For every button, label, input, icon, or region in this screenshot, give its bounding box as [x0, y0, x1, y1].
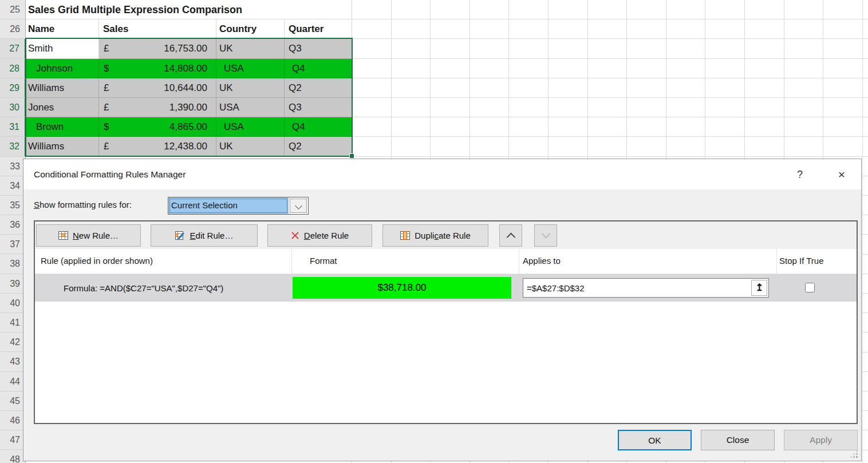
chevron-up-icon — [506, 233, 515, 242]
rules-list: New Rule… Edit Rule… Delete Rule Duplica… — [34, 220, 858, 424]
cell[interactable]: Williams — [26, 137, 99, 156]
column-header-country[interactable]: Country — [216, 19, 285, 39]
rule-row[interactable]: Formula: =AND($C27="USA",$D27="Q4") $38,… — [35, 274, 857, 302]
row-header[interactable]: 40 — [0, 294, 25, 313]
duplicate-rule-button[interactable]: Duplicate Rule — [382, 224, 488, 247]
row-header[interactable]: 44 — [0, 372, 25, 391]
delete-rule-button[interactable]: Delete Rule — [267, 224, 372, 247]
row-header[interactable]: 32 — [0, 137, 26, 156]
currency-symbol: $ — [99, 59, 109, 78]
conditional-formatting-rules-manager-dialog: Conditional Formatting Rules Manager ? ×… — [23, 159, 862, 461]
table-row: Brown $4,865.00 USA Q4 — [26, 117, 352, 137]
cell[interactable]: UK — [216, 78, 285, 98]
cell[interactable]: Johnson — [26, 59, 99, 78]
row-header[interactable]: 30 — [0, 98, 26, 117]
row-header[interactable]: 27 — [0, 39, 26, 58]
move-rule-down-button[interactable] — [534, 224, 557, 247]
sales-table: Sales Grid Multiple Expression Compariso… — [26, 0, 352, 157]
row-header[interactable]: 43 — [0, 352, 25, 371]
cell[interactable]: Q4 — [285, 117, 352, 137]
header-rule: Rule (applied in order shown) — [41, 256, 153, 266]
row-header[interactable]: 36 — [0, 215, 25, 235]
amount: 10,644.00 — [164, 78, 216, 97]
stop-if-true-checkbox[interactable] — [805, 283, 815, 292]
format-preview-swatch: $38,718.00 — [293, 277, 511, 299]
amount: 1,390.00 — [169, 98, 216, 117]
row-header[interactable]: 41 — [0, 313, 25, 333]
column-header-sales[interactable]: Sales — [99, 19, 216, 39]
cell[interactable]: £10,644.00 — [99, 78, 216, 98]
cell[interactable]: Brown — [26, 117, 99, 137]
column-header-quarter[interactable]: Quarter — [285, 19, 352, 39]
row-header[interactable]: 39 — [0, 274, 25, 294]
row-header[interactable]: 38 — [0, 254, 25, 274]
row-header[interactable]: 31 — [0, 117, 26, 137]
dialog-title: Conditional Formatting Rules Manager — [34, 169, 186, 180]
applies-to-input[interactable] — [523, 279, 750, 297]
header-separator — [291, 249, 292, 274]
edit-rule-button[interactable]: Edit Rule… — [151, 224, 258, 247]
row-header[interactable]: 25 — [0, 0, 25, 19]
header-separator — [519, 249, 519, 274]
new-rule-grid-icon — [58, 231, 68, 240]
amount: 4,865.00 — [169, 117, 216, 136]
help-icon[interactable]: ? — [797, 168, 803, 180]
cell[interactable]: Williams — [26, 78, 99, 98]
cell[interactable]: USA — [216, 98, 285, 117]
row-header[interactable]: 35 — [0, 196, 25, 215]
dialog-titlebar[interactable]: Conditional Formatting Rules Manager ? × — [23, 159, 861, 189]
row-header[interactable]: 47 — [0, 430, 25, 450]
apply-button[interactable]: Apply — [784, 430, 858, 450]
resize-grip[interactable] — [850, 450, 858, 458]
cell[interactable]: UK — [216, 39, 285, 58]
row-header[interactable]: 29 — [0, 78, 26, 98]
sheet-title[interactable]: Sales Grid Multiple Expression Compariso… — [26, 0, 242, 19]
cell[interactable]: Q3 — [285, 39, 352, 58]
cell[interactable]: Q2 — [285, 78, 352, 98]
show-rules-dropdown[interactable]: Current Selection — [168, 197, 309, 215]
cell[interactable]: USA — [216, 117, 285, 137]
row-header[interactable]: 45 — [0, 391, 25, 411]
cell[interactable]: £12,438.00 — [99, 137, 216, 156]
row-header[interactable]: 28 — [0, 59, 26, 78]
ok-button[interactable]: OK — [618, 430, 692, 450]
cell[interactable]: $14,808.00 — [99, 59, 216, 78]
edit-rule-pencil-icon — [175, 231, 186, 240]
row-header[interactable]: 34 — [0, 176, 25, 196]
close-button[interactable]: Close — [701, 430, 775, 450]
cell[interactable]: £16,753.00 — [99, 39, 216, 58]
button-label: Edit Rule… — [190, 231, 234, 240]
dropdown-selected-value[interactable]: Current Selection — [168, 197, 289, 214]
row-header[interactable]: 26 — [0, 19, 25, 39]
cell[interactable]: UK — [216, 137, 285, 156]
amount: 14,808.00 — [164, 59, 216, 78]
column-header-name[interactable]: Name — [26, 19, 99, 39]
row-header-column: 25 26 27 28 29 30 31 32 33 34 35 36 37 3… — [0, 0, 26, 463]
cell[interactable]: Smith — [26, 39, 99, 58]
amount: 16,753.00 — [164, 39, 216, 58]
move-rule-up-button[interactable] — [499, 224, 522, 247]
cell[interactable]: Q2 — [285, 137, 352, 156]
row-header[interactable]: 33 — [0, 157, 25, 176]
cell[interactable]: $4,865.00 — [99, 117, 216, 137]
delete-x-icon — [291, 231, 299, 240]
cell[interactable]: Q3 — [285, 98, 352, 117]
new-rule-button[interactable]: New Rule… — [36, 224, 141, 247]
row-header[interactable]: 48 — [0, 450, 25, 463]
table-header-row: Name Sales Country Quarter — [26, 19, 352, 39]
dropdown-arrow-button[interactable] — [290, 199, 307, 213]
close-icon[interactable]: × — [838, 168, 845, 181]
cell[interactable]: USA — [216, 59, 285, 78]
cell[interactable]: Jones — [26, 98, 99, 117]
header-applies-to: Applies to — [523, 256, 561, 266]
currency-symbol: £ — [99, 98, 109, 117]
amount: 12,438.00 — [164, 137, 216, 156]
row-header[interactable]: 42 — [0, 333, 25, 352]
row-header[interactable]: 46 — [0, 411, 25, 430]
access-key: S — [34, 200, 40, 209]
cell[interactable]: £1,390.00 — [99, 98, 216, 117]
cell[interactable]: Q4 — [285, 59, 352, 78]
collapse-dialog-icon[interactable]: ↥ — [751, 280, 767, 296]
row-header[interactable]: 37 — [0, 235, 25, 254]
header-separator — [776, 249, 777, 274]
